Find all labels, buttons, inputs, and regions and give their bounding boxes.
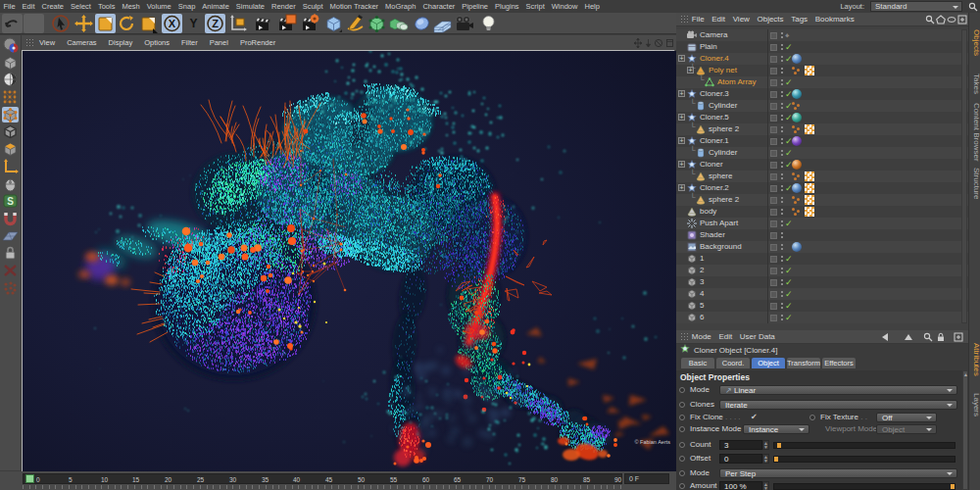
svg-text:Z: Z xyxy=(212,18,219,29)
svg-text:© Fabian Aerts: © Fabian Aerts xyxy=(635,439,671,445)
svg-text:Y: Y xyxy=(189,17,197,30)
svg-text:X: X xyxy=(169,18,176,29)
svg-text:S: S xyxy=(7,196,14,207)
